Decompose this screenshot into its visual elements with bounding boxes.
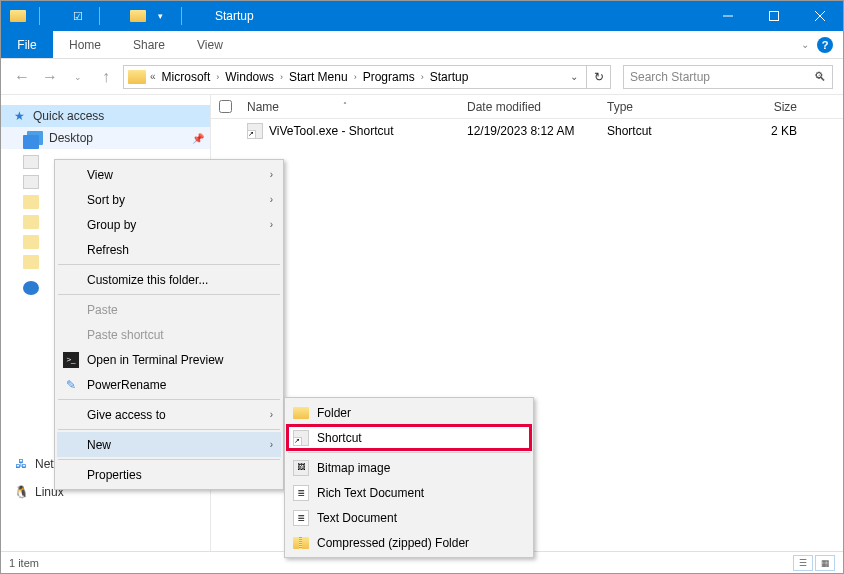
menu-label: Open in Terminal Preview	[87, 353, 224, 367]
file-tab[interactable]: File	[1, 31, 53, 58]
menu-label: Folder	[317, 406, 351, 420]
menu-view[interactable]: View›	[57, 162, 281, 187]
tab-home[interactable]: Home	[53, 31, 117, 58]
help-icon[interactable]: ?	[817, 37, 833, 53]
submenu-shortcut[interactable]: Shortcut	[287, 425, 531, 450]
back-button[interactable]: ←	[11, 66, 33, 88]
submenu-text[interactable]: ≡Text Document	[287, 505, 531, 530]
network-icon: 🖧	[13, 457, 29, 471]
folder-icon	[9, 7, 27, 25]
crumb-microsoft[interactable]: Microsoft	[158, 70, 215, 84]
nav-row: ← → ⌄ ↑ « Microsoft › Windows › Start Me…	[1, 59, 843, 95]
menu-label: Bitmap image	[317, 461, 390, 475]
menu-label: Give access to	[87, 408, 166, 422]
menu-refresh[interactable]: Refresh	[57, 237, 281, 262]
minimize-button[interactable]	[705, 1, 751, 31]
folder-icon	[128, 70, 146, 84]
menu-customize[interactable]: Customize this folder...	[57, 267, 281, 292]
chevron-right-icon: ›	[270, 409, 273, 420]
search-input[interactable]: Search Startup 🔍︎	[623, 65, 833, 89]
props-icon[interactable]: ☑	[69, 7, 87, 25]
chevron-right-icon: ›	[270, 169, 273, 180]
rename-icon: ✎	[63, 377, 79, 393]
shortcut-icon	[293, 430, 309, 446]
select-all-checkbox[interactable]	[219, 100, 232, 113]
menu-open-terminal[interactable]: >_Open in Terminal Preview	[57, 347, 281, 372]
menu-sort-by[interactable]: Sort by›	[57, 187, 281, 212]
ribbon-collapse-icon[interactable]: ⌄	[801, 39, 809, 50]
menu-label: PowerRename	[87, 378, 166, 392]
menu-label: View	[87, 168, 113, 182]
file-date: 12/19/2023 8:12 AM	[467, 124, 607, 138]
chevron-right-icon: ›	[354, 72, 357, 82]
item-count: 1 item	[9, 557, 39, 569]
search-placeholder: Search Startup	[630, 70, 710, 84]
tab-view[interactable]: View	[181, 31, 239, 58]
folder-icon	[129, 7, 147, 25]
chevron-right-icon: ›	[270, 439, 273, 450]
submenu-rtf[interactable]: ≡Rich Text Document	[287, 480, 531, 505]
linux-icon: 🐧	[13, 485, 29, 499]
document-icon: ≡	[293, 485, 309, 501]
crumb-windows[interactable]: Windows	[221, 70, 278, 84]
menu-label: Shortcut	[317, 431, 362, 445]
view-details-button[interactable]: ☰	[793, 555, 813, 571]
refresh-button[interactable]: ↻	[587, 65, 611, 89]
menu-powerrename[interactable]: ✎PowerRename	[57, 372, 281, 397]
forward-button[interactable]: →	[39, 66, 61, 88]
submenu-bitmap[interactable]: 🖼Bitmap image	[287, 455, 531, 480]
file-list: ViVeTool.exe - Shortcut 12/19/2023 8:12 …	[211, 119, 843, 143]
menu-label: Properties	[87, 468, 142, 482]
view-icons-button[interactable]: ▦	[815, 555, 835, 571]
col-size[interactable]: Size	[717, 100, 807, 114]
file-name: ViVeTool.exe - Shortcut	[269, 124, 394, 138]
submenu-folder[interactable]: Folder	[287, 400, 531, 425]
crumb-startmenu[interactable]: Start Menu	[285, 70, 352, 84]
document-icon: ≡	[293, 510, 309, 526]
sort-asc-icon: ˄	[343, 101, 347, 110]
col-date[interactable]: Date modified	[467, 100, 607, 114]
crumb-programs[interactable]: Programs	[359, 70, 419, 84]
menu-label: Sort by	[87, 193, 125, 207]
up-button[interactable]: ↑	[95, 66, 117, 88]
menu-label: New	[87, 438, 111, 452]
chevron-right-icon: ›	[216, 72, 219, 82]
menu-paste-shortcut: Paste shortcut	[57, 322, 281, 347]
menu-label: Compressed (zipped) Folder	[317, 536, 469, 550]
menu-group-by[interactable]: Group by›	[57, 212, 281, 237]
chevron-right-icon: ›	[270, 219, 273, 230]
sidebar-item-label: Desktop	[49, 131, 93, 145]
close-button[interactable]	[797, 1, 843, 31]
submenu-zip[interactable]: Compressed (zipped) Folder	[287, 530, 531, 555]
menu-new[interactable]: New›	[57, 432, 281, 457]
image-icon: 🖼	[293, 460, 309, 476]
chevron-right-icon: ›	[421, 72, 424, 82]
crumb-startup[interactable]: Startup	[426, 70, 473, 84]
zip-icon	[293, 535, 309, 551]
menu-label: Paste	[87, 303, 118, 317]
menu-properties[interactable]: Properties	[57, 462, 281, 487]
column-headers: Name ˄ Date modified Type Size	[211, 95, 843, 119]
sidebar-item-quick-access[interactable]: ★ Quick access	[1, 105, 210, 127]
address-bar[interactable]: « Microsoft › Windows › Start Menu › Pro…	[123, 65, 587, 89]
menu-give-access[interactable]: Give access to›	[57, 402, 281, 427]
menu-label: Customize this folder...	[87, 273, 208, 287]
maximize-button[interactable]	[751, 1, 797, 31]
table-row[interactable]: ViVeTool.exe - Shortcut 12/19/2023 8:12 …	[211, 119, 843, 143]
context-menu: View› Sort by› Group by› Refresh Customi…	[54, 159, 284, 490]
sidebar-obscured-items	[23, 135, 39, 295]
qat-dropdown-icon[interactable]: ▾	[151, 7, 169, 25]
address-dropdown-icon[interactable]: ⌄	[570, 71, 582, 82]
tab-share[interactable]: Share	[117, 31, 181, 58]
chevron-right-icon: ›	[280, 72, 283, 82]
col-type[interactable]: Type	[607, 100, 717, 114]
ribbon: File Home Share View ⌄ ?	[1, 31, 843, 59]
file-size: 2 KB	[717, 124, 807, 138]
terminal-icon: >_	[63, 352, 79, 368]
titlebar: ☑ ▾ Startup	[1, 1, 843, 31]
recent-dropdown-icon[interactable]: ⌄	[67, 66, 89, 88]
search-icon: 🔍︎	[814, 70, 826, 84]
star-icon: ★	[11, 109, 27, 123]
col-name[interactable]: Name ˄	[247, 100, 467, 114]
shortcut-icon	[247, 123, 263, 139]
